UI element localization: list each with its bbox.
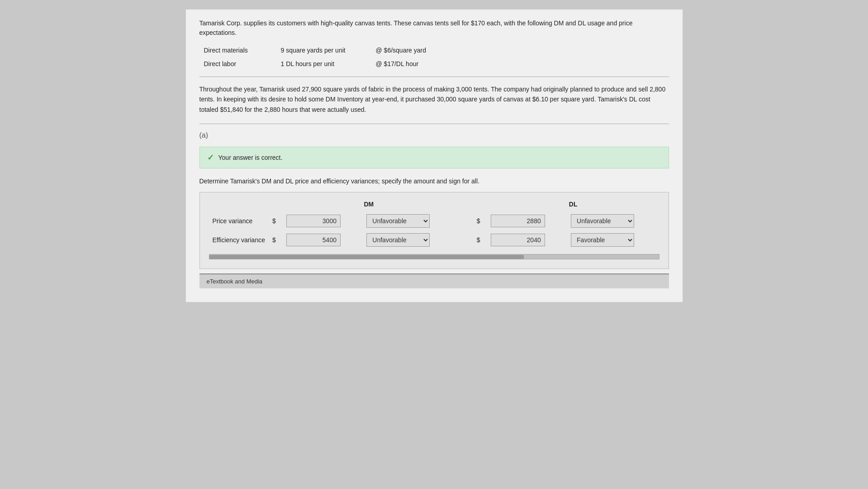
dollar-header-dl <box>473 197 487 211</box>
dl-price-dollar: $ <box>473 211 487 230</box>
efficiency-variance-row: Efficiency variance $ Unfavorable Favora… <box>209 230 659 249</box>
footer-text[interactable]: eTextbook and Media <box>207 278 263 285</box>
direct-materials-detail: 9 square yards per unit <box>281 47 362 54</box>
main-container: Tamarisk Corp. supplies its customers wi… <box>185 9 683 302</box>
dm-efficiency-select[interactable]: Unfavorable Favorable <box>366 233 430 247</box>
dl-price-select[interactable]: Unfavorable Favorable <box>571 214 634 228</box>
dm-price-dollar: $ <box>269 211 283 230</box>
correct-banner-text: Your answer is correct. <box>218 154 283 161</box>
variance-table: DM DL Price variance $ Unfavorable <box>209 197 659 249</box>
dm-eff-value-cell <box>283 230 363 249</box>
dm-price-sign-cell: Unfavorable Favorable <box>363 211 455 230</box>
spacer-header <box>455 197 473 211</box>
intro-text: Tamarisk Corp. supplies its customers wi… <box>199 19 669 38</box>
direct-materials-price: @ $6/square yard <box>376 47 427 54</box>
dl-price-value-cell <box>487 211 567 230</box>
horizontal-scrollbar[interactable] <box>209 254 659 259</box>
dl-efficiency-input[interactable] <box>491 234 545 246</box>
direct-materials-row: Direct materials 9 square yards per unit… <box>204 47 669 54</box>
price-variance-label: Price variance <box>209 211 269 230</box>
dm-eff-dollar: $ <box>269 230 283 249</box>
dm-price-select[interactable]: Unfavorable Favorable <box>366 214 430 228</box>
dm-efficiency-input[interactable] <box>286 234 341 246</box>
correct-banner: ✓ Your answer is correct. <box>199 147 669 168</box>
dollar-header-dm <box>269 197 283 211</box>
materials-table: Direct materials 9 square yards per unit… <box>204 47 669 67</box>
part-label: (a) <box>199 131 669 139</box>
dm-eff-sign-cell: Unfavorable Favorable <box>363 230 455 249</box>
dm-header: DM <box>283 197 455 211</box>
dl-header: DL <box>487 197 659 211</box>
price-variance-row: Price variance $ Unfavorable Favorable $ <box>209 211 659 230</box>
spacer-price <box>455 211 473 230</box>
divider-1 <box>199 77 669 77</box>
divider-2 <box>199 124 669 124</box>
dm-price-value-cell <box>283 211 363 230</box>
dl-efficiency-select[interactable]: Favorable Unfavorable <box>571 233 634 247</box>
checkmark-icon: ✓ <box>207 153 214 163</box>
dl-eff-sign-cell: Favorable Unfavorable <box>567 230 659 249</box>
direct-labor-price: @ $17/DL hour <box>376 60 419 67</box>
footer-bar: eTextbook and Media <box>199 273 669 288</box>
scrollbar-thumb <box>209 255 524 259</box>
dl-price-sign-cell: Unfavorable Favorable <box>567 211 659 230</box>
direct-labor-label: Direct labor <box>204 60 267 67</box>
efficiency-variance-label: Efficiency variance <box>209 230 269 249</box>
dm-price-input[interactable] <box>286 215 341 227</box>
direct-labor-detail: 1 DL hours per unit <box>281 60 362 67</box>
dl-eff-dollar: $ <box>473 230 487 249</box>
dl-price-input[interactable] <box>491 215 545 227</box>
variance-table-wrapper: DM DL Price variance $ Unfavorable <box>199 192 669 269</box>
empty-header <box>209 197 269 211</box>
direct-materials-label: Direct materials <box>204 47 267 54</box>
dl-eff-value-cell <box>487 230 567 249</box>
direct-labor-row: Direct labor 1 DL hours per unit @ $17/D… <box>204 60 669 67</box>
spacer-eff <box>455 230 473 249</box>
instruction-text: Determine Tamarisk's DM and DL price and… <box>199 177 669 185</box>
paragraph-text: Throughout the year, Tamarisk used 27,90… <box>199 84 669 115</box>
